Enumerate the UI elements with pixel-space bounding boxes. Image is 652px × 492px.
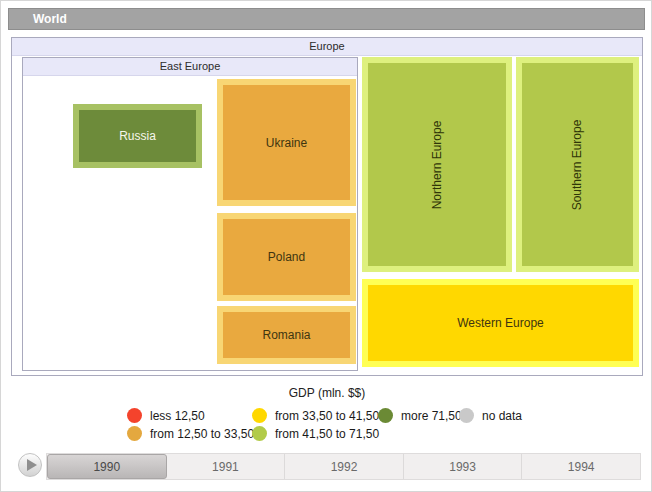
legend-item-33-41: from 33,50 to 41,50 <box>252 407 379 424</box>
treemap-node-northern-europe[interactable]: Northern Europe <box>362 57 512 272</box>
legend-label: from 12,50 to 33,50 <box>150 427 254 441</box>
play-button[interactable] <box>18 453 42 477</box>
legend-swatch-dark-green-icon <box>378 408 393 423</box>
treemap-node-russia[interactable]: Russia <box>73 104 202 168</box>
node-label: Ukraine <box>266 136 307 150</box>
legend-label: no data <box>482 409 522 423</box>
year-tab-1991[interactable]: 1991 <box>167 454 286 479</box>
node-label: Western Europe <box>457 316 544 330</box>
node-label: Romania <box>262 328 310 342</box>
year-tab-1993[interactable]: 1993 <box>404 454 523 479</box>
node-label: Poland <box>268 250 305 264</box>
legend-item-less: less 12,50 <box>127 407 205 424</box>
treemap-widget: World Europe East Europe Russia Ukraine … <box>0 0 652 492</box>
legend-title: GDP (mln. $$) <box>1 386 652 400</box>
treemap-node-ukraine[interactable]: Ukraine <box>217 79 356 206</box>
legend-label: more 71,50 <box>401 409 462 423</box>
node-label: Southern Europe <box>570 119 584 210</box>
treemap-node-southern-europe[interactable]: Southern Europe <box>516 57 639 272</box>
breadcrumb-world-bar[interactable]: World <box>8 8 645 30</box>
legend-swatch-orange-icon <box>127 426 142 441</box>
group-east-europe-header[interactable]: East Europe <box>23 58 357 76</box>
play-icon <box>27 459 37 471</box>
treemap-node-western-europe[interactable]: Western Europe <box>362 279 639 367</box>
group-europe-panel: Europe East Europe Russia Ukraine Poland… <box>11 37 643 376</box>
legend-label: from 33,50 to 41,50 <box>275 409 379 423</box>
legend-label: less 12,50 <box>150 409 205 423</box>
node-label: Russia <box>119 129 156 143</box>
legend-item-more: more 71,50 <box>378 407 462 424</box>
timeline: 1990 1991 1992 1993 1994 <box>46 453 641 480</box>
legend-item-12-33: from 12,50 to 33,50 <box>127 425 254 442</box>
legend-swatch-red-icon <box>127 408 142 423</box>
year-tab-1994[interactable]: 1994 <box>522 454 640 479</box>
legend-item-41-71: from 41,50 to 71,50 <box>252 425 379 442</box>
legend-swatch-gray-icon <box>459 408 474 423</box>
treemap-node-poland[interactable]: Poland <box>217 213 356 301</box>
legend-item-no-data: no data <box>459 407 522 424</box>
legend-swatch-yellow-icon <box>252 408 267 423</box>
year-tab-1992[interactable]: 1992 <box>285 454 404 479</box>
legend-label: from 41,50 to 71,50 <box>275 427 379 441</box>
group-east-europe-panel: East Europe Russia Ukraine Poland Romani… <box>22 57 358 371</box>
treemap-node-romania[interactable]: Romania <box>217 306 356 364</box>
legend-swatch-yellow-green-icon <box>252 426 267 441</box>
group-europe-header[interactable]: Europe <box>12 38 642 56</box>
node-label: Northern Europe <box>430 120 444 209</box>
year-tab-1990[interactable]: 1990 <box>47 454 167 479</box>
